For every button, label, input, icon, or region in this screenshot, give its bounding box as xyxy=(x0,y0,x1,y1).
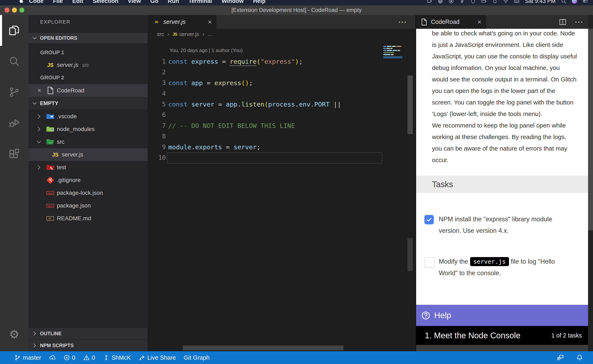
task-checkbox[interactable] xyxy=(424,257,435,267)
open-editors-header[interactable]: OPEN EDITORS xyxy=(28,33,148,43)
menu-file[interactable]: File xyxy=(48,0,67,4)
menu-go[interactable]: Go xyxy=(146,0,163,4)
test-folder-icon xyxy=(46,163,55,172)
split-editor-icon[interactable] xyxy=(559,18,567,26)
tree-item-.gitignore[interactable]: .gitignore xyxy=(28,174,148,187)
activity-run-debug[interactable] xyxy=(0,108,28,138)
status-bell-icon[interactable] xyxy=(572,351,587,364)
person-icon xyxy=(103,354,110,361)
editor-more-actions-button[interactable]: ⋯ xyxy=(398,15,407,29)
tree-item-test[interactable]: test xyxy=(28,161,148,174)
menu-view[interactable]: View xyxy=(123,0,146,4)
settings-gear-button[interactable]: ⚙ xyxy=(0,323,28,345)
line-number: 5 xyxy=(148,99,166,110)
code-line-3[interactable]: const app = express(); xyxy=(168,78,253,88)
editor-vertical-scrollbar-lower[interactable] xyxy=(407,238,413,271)
breadcrumb-item[interactable]: JSserver.js xyxy=(173,31,199,37)
section-outline[interactable]: OUTLINE xyxy=(28,327,148,339)
open-editor-CodeRoad[interactable]: × CodeRoad xyxy=(28,84,148,97)
status-cloud-upload-icon[interactable] xyxy=(45,351,60,364)
editor-horizontal-scrollbar[interactable] xyxy=(183,345,343,351)
gear-icon: ⚙ xyxy=(9,328,19,341)
menu-code[interactable]: Code xyxy=(24,0,48,4)
section-npm-scripts[interactable]: NPM SCRIPTS xyxy=(28,339,148,351)
tab-coderoad[interactable]: CodeRoad × xyxy=(416,15,486,29)
status-0[interactable]: 0 xyxy=(79,351,99,364)
apple-menu-icon[interactable] xyxy=(18,0,24,4)
task-checkbox[interactable] xyxy=(424,215,434,224)
line-number: 3 xyxy=(148,78,166,88)
tree-item-node_modules[interactable]: JS node_modules xyxy=(28,123,148,136)
siri-icon[interactable] xyxy=(572,0,577,4)
explorer-sidebar: EXPLORER OPEN EDITORSGROUP 1 JS server.j… xyxy=(28,15,148,351)
status-git-graph[interactable]: Git Graph xyxy=(180,351,213,364)
breadcrumb-item[interactable]: src xyxy=(157,31,164,37)
tree-item-server.js[interactable]: JS server.js xyxy=(28,148,148,161)
close-icon[interactable]: × xyxy=(38,84,41,97)
open-editor-server.js[interactable]: JS server.jssrc xyxy=(28,58,148,71)
close-icon[interactable]: × xyxy=(477,18,481,26)
shield-icon[interactable] xyxy=(470,0,476,4)
code-line-7[interactable]: // -- DO NOT EDIT BELOW THIS LINE xyxy=(168,120,295,131)
coderoad-footer: 1. Meet the Node Console 1 of 2 tasks xyxy=(416,326,588,345)
battery-icon[interactable] xyxy=(481,0,487,4)
drop-icon[interactable] xyxy=(492,0,498,4)
code-line-9[interactable]: module.exports = server; xyxy=(168,142,260,152)
tree-item-.vscode[interactable]: .vscode xyxy=(28,110,148,123)
run-debug-icon xyxy=(8,117,20,129)
tree-item-package-lock.json[interactable]: npm package-lock.json xyxy=(28,187,148,199)
bolt-icon[interactable] xyxy=(459,0,465,4)
activity-explorer[interactable] xyxy=(0,15,28,46)
editor-group: JS server.js × ⋯ src› JSserver.js› ... Y… xyxy=(148,15,415,351)
breadcrumb-item[interactable]: ... xyxy=(208,31,212,37)
workspace-folder-header[interactable]: EMPTY xyxy=(28,97,148,109)
vscode-window: CodeFileEditSelectionViewGoRunTerminalWi… xyxy=(0,0,593,364)
menu-edit[interactable]: Edit xyxy=(67,0,88,4)
control-center-icon[interactable] xyxy=(582,0,588,4)
codelens-blame[interactable]: You, 20 days ago | 1 author (You) xyxy=(169,47,243,53)
tab-server-js[interactable]: JS server.js × xyxy=(148,15,216,29)
editor-tab-bar: JS server.js × ⋯ xyxy=(148,15,415,29)
error-icon xyxy=(63,354,70,361)
window-icon[interactable] xyxy=(427,0,432,4)
editor-vertical-scrollbar[interactable] xyxy=(407,76,413,134)
chevron-down-icon xyxy=(36,139,42,145)
coderoad-scrollbar-track[interactable] xyxy=(588,15,593,351)
menu-selection[interactable]: Selection xyxy=(88,0,123,4)
globe-icon[interactable] xyxy=(438,0,443,4)
lesson-text-line: is just a JavaScript environment. Like c… xyxy=(432,39,588,51)
code-line-1[interactable]: const express = require("express"); xyxy=(168,56,303,67)
wifi-icon[interactable] xyxy=(503,0,509,4)
status-feedback-icon[interactable] xyxy=(553,351,568,364)
minimap-slider[interactable] xyxy=(383,56,402,58)
status-shmck[interactable]: ShMcK xyxy=(99,351,135,364)
minimap[interactable] xyxy=(383,46,402,58)
record-icon[interactable] xyxy=(448,0,454,4)
coderoad-scrollbar-thumb[interactable] xyxy=(588,29,593,230)
help-accordion-button[interactable]: Help xyxy=(416,305,588,326)
code-line-5[interactable]: const server = app.listen(process.env.PO… xyxy=(168,99,341,110)
activity-source-control[interactable] xyxy=(0,77,28,108)
vscode-folder-icon xyxy=(46,112,55,121)
npm-icon: npm xyxy=(46,201,55,210)
tree-item-package.json[interactable]: npm package.json xyxy=(28,199,148,212)
status-0[interactable]: 0 xyxy=(60,351,79,364)
menu-clock[interactable]: Sat 9:43 PM xyxy=(525,0,555,4)
tree-item-README.md[interactable]: M↓ README.md xyxy=(28,212,148,225)
status-live-share[interactable]: Live Share xyxy=(135,351,180,364)
status-master[interactable]: master xyxy=(10,351,45,364)
spotlight-icon[interactable] xyxy=(561,0,566,4)
activity-extensions[interactable] xyxy=(0,138,28,169)
ellipsis-icon[interactable]: ⋯ xyxy=(574,18,584,26)
menu-run[interactable]: Run xyxy=(163,0,184,4)
line-number: 9 xyxy=(148,142,166,152)
menu-terminal[interactable]: Terminal xyxy=(184,0,217,4)
menu-help[interactable]: Help xyxy=(248,0,270,4)
keyboard-icon[interactable] xyxy=(514,0,520,4)
close-icon[interactable]: × xyxy=(208,18,212,26)
chevron-right-icon xyxy=(32,331,38,337)
menu-window[interactable]: Window xyxy=(217,0,248,4)
activity-search[interactable] xyxy=(0,46,28,77)
tree-item-src[interactable]: </> src xyxy=(28,136,148,148)
breadcrumb[interactable]: src› JSserver.js› ... xyxy=(148,29,415,39)
